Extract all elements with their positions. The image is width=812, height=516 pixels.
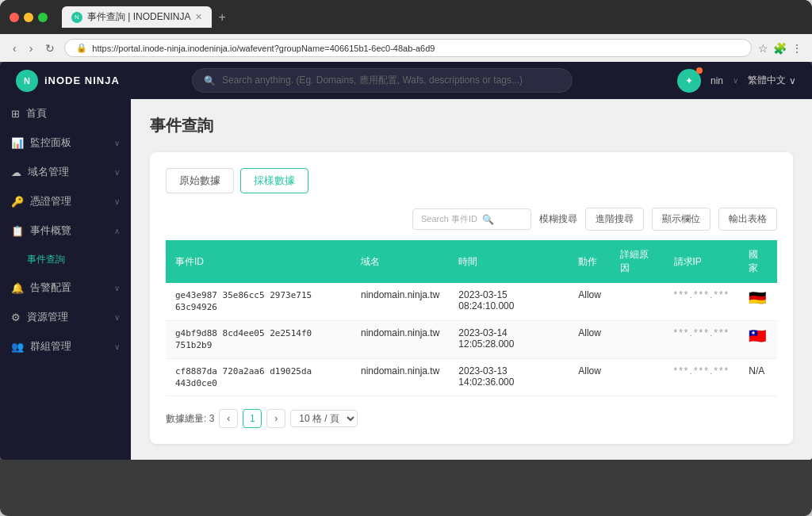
tab-raw-data[interactable]: 原始數據 — [166, 168, 234, 193]
top-nav-right: ✦ nin ∨ 繁體中文 ∨ — [677, 69, 796, 93]
prev-page-button[interactable]: ‹ — [219, 409, 238, 428]
sidebar-subitem-event-query[interactable]: 事件查詢 — [0, 246, 131, 273]
pagination: 數據總量: 3 ‹ 1 › 10 格 / 頁 — [166, 409, 777, 428]
dashboard-icon: 📊 — [11, 137, 24, 149]
sidebar-event-query-label: 事件查詢 — [27, 254, 65, 265]
current-page[interactable]: 1 — [243, 409, 262, 428]
events-table: 事件ID 域名 時間 動作 詳細原因 請求IP 國家 ge43e987 35e8… — [166, 240, 777, 396]
advanced-search-button[interactable]: 進階搜尋 — [585, 208, 644, 231]
next-page-button[interactable]: › — [266, 409, 285, 428]
tab-close-icon[interactable]: ✕ — [195, 12, 202, 22]
cell-time: 2023-03-15 08:24:10.000 — [449, 283, 569, 320]
cell-country: 🇹🇼 — [739, 320, 777, 358]
sidebar-item-group[interactable]: 👥 群組管理 ∨ — [0, 332, 131, 361]
address-bar[interactable]: 🔒 https://portal.inode-ninja.inodeninja.… — [64, 39, 752, 57]
col-header-ip: 請求IP — [665, 240, 740, 283]
sidebar-item-events-inner: 📋 事件概覽 — [11, 224, 71, 238]
group-icon: 👥 — [11, 341, 24, 353]
tab-sampled-data[interactable]: 採樣數據 — [240, 168, 308, 193]
cell-country: 🇩🇪 — [739, 283, 777, 320]
extension-icon[interactable]: 🧩 — [773, 42, 787, 55]
logo-text: iNODE NINJA — [44, 75, 120, 86]
table-row[interactable]: ge43e987 35e86cc5 2973e715 63c94926nindo… — [166, 283, 777, 320]
sidebar-item-events[interactable]: 📋 事件概覽 ∧ — [0, 216, 131, 246]
fuzzy-search-label: 模糊搜尋 — [539, 212, 577, 226]
home-icon: ⊞ — [11, 108, 20, 120]
sidebar-item-home-inner: ⊞ 首頁 — [11, 107, 47, 120]
sidebar: ⊞ 首頁 📊 監控面板 ∨ ☁ 域名管理 ∨ — [0, 99, 131, 460]
sidebar-item-resource-inner: ⚙ 資源管理 — [11, 311, 68, 324]
forward-button[interactable]: › — [26, 40, 36, 56]
logo-icon: N — [16, 70, 38, 92]
total-count-label: 數據總量: 3 — [166, 412, 214, 426]
sidebar-item-alert-inner: 🔔 告警配置 — [11, 281, 71, 295]
language-label: 繁體中文 — [748, 74, 786, 87]
active-tab[interactable]: N 事件查詢 | INODENINJA ✕ — [62, 6, 212, 28]
sidebar-alert-label: 告警配置 — [30, 281, 71, 295]
nav-actions: ☆ 🧩 ⋮ — [758, 42, 802, 55]
group-chevron-icon: ∨ — [114, 342, 120, 351]
search-placeholder: Search anything. (Eg. Domains, 應用配置, Waf… — [222, 74, 561, 87]
cell-country: N/A — [739, 358, 777, 396]
bookmark-icon[interactable]: ☆ — [758, 42, 768, 55]
cell-ip: ***.***.*** — [665, 283, 740, 320]
domain-chevron-icon: ∨ — [114, 168, 120, 177]
sidebar-group-label: 群組管理 — [30, 340, 71, 354]
menu-icon[interactable]: ⋮ — [791, 42, 802, 55]
table-toolbar: Search 事件ID 🔍 模糊搜尋 進階搜尋 顯示欄位 輸出表格 — [166, 208, 777, 231]
event-id-search[interactable]: Search 事件ID 🔍 — [412, 208, 531, 230]
avatar[interactable]: ✦ — [677, 69, 701, 93]
col-header-event-id: 事件ID — [166, 240, 351, 283]
cell-domain: nindomain.ninja.tw — [351, 320, 449, 358]
col-header-country: 國家 — [739, 240, 777, 283]
tab-title: 事件查詢 | INODENINJA — [87, 10, 190, 24]
sidebar-resource-label: 資源管理 — [27, 311, 68, 324]
browser-nav: ‹ › ↻ 🔒 https://portal.inode-ninja.inode… — [0, 34, 812, 62]
certificate-icon: 🔑 — [11, 196, 24, 208]
sidebar-item-domain[interactable]: ☁ 域名管理 ∨ — [0, 158, 131, 187]
cell-ip: ***.***.*** — [665, 358, 740, 396]
fullscreen-button[interactable] — [38, 13, 48, 22]
minimize-button[interactable] — [24, 13, 33, 22]
cell-event-id: ge43e987 35e86cc5 2973e715 63c94926 — [166, 283, 351, 320]
search-input-icon: 🔍 — [482, 214, 494, 225]
rows-per-page-select[interactable]: 10 格 / 頁 — [290, 410, 358, 427]
sidebar-item-resource[interactable]: ⚙ 資源管理 ∨ — [0, 303, 131, 332]
show-columns-button[interactable]: 顯示欄位 — [652, 208, 710, 231]
close-button[interactable] — [10, 13, 19, 22]
dashboard-chevron-icon: ∨ — [114, 139, 120, 147]
cell-time: 2023-03-14 12:05:28.000 — [449, 320, 569, 358]
sidebar-item-certificate[interactable]: 🔑 憑證管理 ∨ — [0, 187, 131, 216]
top-navigation: N iNODE NINJA 🔍 Search anything. (Eg. Do… — [0, 62, 812, 99]
sidebar-item-dashboard-inner: 📊 監控面板 — [11, 136, 71, 150]
app-wrapper: N iNODE NINJA 🔍 Search anything. (Eg. Do… — [0, 62, 812, 460]
app-body: ⊞ 首頁 📊 監控面板 ∨ ☁ 域名管理 ∨ — [0, 99, 812, 460]
back-button[interactable]: ‹ — [10, 40, 20, 56]
table-row[interactable]: cf8887da 720a2aa6 d19025da 443d0ce0nindo… — [166, 358, 777, 396]
sidebar-item-cert-inner: 🔑 憑證管理 — [11, 195, 71, 208]
notification-badge — [696, 67, 703, 74]
cell-detail — [611, 283, 665, 320]
table-header-row: 事件ID 域名 時間 動作 詳細原因 請求IP 國家 — [166, 240, 777, 283]
col-header-action: 動作 — [569, 240, 611, 283]
cell-ip: ***.***.*** — [665, 320, 740, 358]
cert-chevron-icon: ∨ — [114, 197, 120, 206]
tab-bar: N 事件查詢 | INODENINJA ✕ + — [62, 6, 802, 28]
cell-detail — [611, 320, 665, 358]
table-row[interactable]: g4bf9d88 8cd4ee05 2e2514f0 751b2b9nindom… — [166, 320, 777, 358]
alert-icon: 🔔 — [11, 282, 24, 294]
cell-domain: nindomain.ninja.tw — [351, 358, 449, 396]
browser-titlebar: N 事件查詢 | INODENINJA ✕ + — [0, 0, 812, 34]
domain-icon: ☁ — [11, 166, 21, 178]
sidebar-item-alert[interactable]: 🔔 告警配置 ∨ — [0, 273, 131, 303]
cell-event-id: g4bf9d88 8cd4ee05 2e2514f0 751b2b9 — [166, 320, 351, 358]
sidebar-item-dashboard[interactable]: 📊 監控面板 ∨ — [0, 128, 131, 158]
language-selector[interactable]: 繁體中文 ∨ — [748, 74, 796, 87]
global-search-bar[interactable]: 🔍 Search anything. (Eg. Domains, 應用配置, W… — [192, 68, 573, 93]
new-tab-button[interactable]: + — [218, 10, 225, 25]
sidebar-item-home[interactable]: ⊞ 首頁 — [0, 99, 131, 128]
browser-window: N 事件查詢 | INODENINJA ✕ + ‹ › ↻ 🔒 https://… — [0, 0, 812, 516]
username: nin — [710, 75, 723, 86]
export-button[interactable]: 輸出表格 — [718, 208, 777, 231]
refresh-button[interactable]: ↻ — [42, 40, 58, 56]
